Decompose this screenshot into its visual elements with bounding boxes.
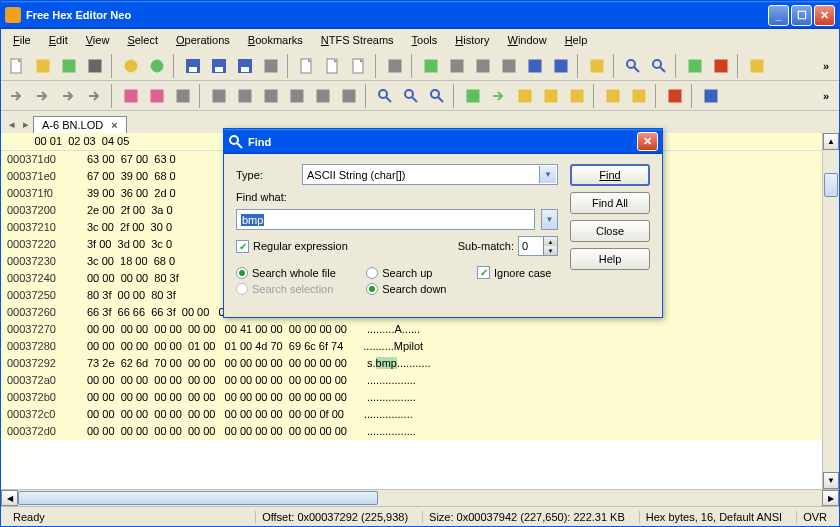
disk1-button[interactable]	[119, 54, 143, 78]
menu-file[interactable]: File	[5, 32, 39, 48]
grid-button[interactable]	[585, 54, 609, 78]
menu-operations[interactable]: Operations	[168, 32, 238, 48]
dialog-close-button[interactable]: ✕	[637, 132, 658, 151]
paste-button[interactable]	[259, 84, 283, 108]
m4-button[interactable]	[285, 84, 309, 108]
find-button[interactable]	[373, 84, 397, 108]
vertical-scrollbar[interactable]: ▲ ▼	[822, 133, 839, 489]
puzzle-button[interactable]	[709, 54, 733, 78]
find3-button[interactable]	[425, 84, 449, 108]
box4-button[interactable]	[497, 54, 521, 78]
copy-button[interactable]	[233, 84, 257, 108]
be-button[interactable]	[549, 54, 573, 78]
menu-history[interactable]: History	[447, 32, 497, 48]
hex-row[interactable]: 0003728000 00 00 00 00 00 01 00 01 00 4d…	[1, 338, 822, 355]
spin-up-icon[interactable]: ▲	[543, 237, 557, 246]
link-button[interactable]	[383, 54, 407, 78]
num-button[interactable]	[663, 84, 687, 108]
box1-button[interactable]	[419, 54, 443, 78]
chevron-down-icon[interactable]: ▼	[539, 166, 556, 183]
menu-ntfs-streams[interactable]: NTFS Streams	[313, 32, 402, 48]
tab-scroll-left[interactable]: ◂	[5, 115, 19, 133]
m2-button[interactable]	[145, 84, 169, 108]
new-file-button[interactable]	[5, 54, 29, 78]
scroll-left-icon[interactable]: ◀	[1, 490, 18, 506]
redo-button[interactable]	[31, 84, 55, 108]
doc-copy-button[interactable]	[347, 54, 371, 78]
hex-row[interactable]: 000372d000 00 00 00 00 00 00 00 00 00 00…	[1, 423, 822, 440]
misc1-button[interactable]	[683, 54, 707, 78]
le-button[interactable]	[523, 54, 547, 78]
search-up-radio[interactable]: Search up	[366, 266, 453, 279]
hex-row[interactable]: 000372a000 00 00 00 00 00 00 00 00 00 00…	[1, 372, 822, 389]
m5-button[interactable]	[311, 84, 335, 108]
menu-select[interactable]: Select	[119, 32, 166, 48]
box2-button[interactable]	[445, 54, 469, 78]
scroll-thumb[interactable]	[824, 173, 838, 197]
save2-button[interactable]	[207, 54, 231, 78]
box3-button[interactable]	[471, 54, 495, 78]
dialog-titlebar[interactable]: Find ✕	[224, 129, 662, 154]
menu-window[interactable]: Window	[500, 32, 555, 48]
misc2-button[interactable]	[745, 54, 769, 78]
find-all-button[interactable]: Find All	[570, 192, 650, 214]
horizontal-scrollbar[interactable]: ◀ ▶	[1, 489, 839, 506]
back-button[interactable]	[57, 84, 81, 108]
hex-row[interactable]: 000372b000 00 00 00 00 00 00 00 00 00 00…	[1, 389, 822, 406]
menu-view[interactable]: View	[78, 32, 118, 48]
open-folder-button[interactable]	[31, 54, 55, 78]
toolbar-overflow[interactable]: »	[817, 60, 835, 72]
search-down-radio[interactable]: Search down	[366, 283, 453, 295]
zoom1-button[interactable]	[621, 54, 645, 78]
doc-add-button[interactable]	[295, 54, 319, 78]
ignore-case-checkbox[interactable]: ✓Ignore case	[477, 266, 558, 279]
scroll-right-icon[interactable]: ▶	[822, 490, 839, 506]
mark1-button[interactable]	[461, 84, 485, 108]
chip-button[interactable]	[83, 54, 107, 78]
pen-button[interactable]	[699, 84, 723, 108]
close-button[interactable]: Close	[570, 220, 650, 242]
find2-button[interactable]	[399, 84, 423, 108]
fwd-button[interactable]	[83, 84, 107, 108]
mark5-button[interactable]	[565, 84, 589, 108]
menu-bookmarks[interactable]: Bookmarks	[240, 32, 311, 48]
hex-row[interactable]: 0003727000 00 00 00 00 00 00 00 00 41 00…	[1, 321, 822, 338]
type-combo[interactable]: ASCII String (char[]) ▼	[302, 164, 558, 185]
document-tab[interactable]: A-6 BN.LOD ×	[33, 116, 127, 133]
tab-close-icon[interactable]: ×	[111, 119, 117, 131]
scroll-up-icon[interactable]: ▲	[823, 133, 839, 150]
undo-button[interactable]	[5, 84, 29, 108]
hex-row[interactable]: 0003729273 2e 62 6d 70 00 00 00 00 00 00…	[1, 355, 822, 372]
find-button[interactable]: Find	[570, 164, 650, 186]
mark2-button[interactable]	[487, 84, 511, 108]
settings-button[interactable]	[57, 54, 81, 78]
hex-row[interactable]: 000372c000 00 00 00 00 00 00 00 00 00 00…	[1, 406, 822, 423]
doc-del-button[interactable]	[321, 54, 345, 78]
save-button[interactable]	[181, 54, 205, 78]
spin-down-icon[interactable]: ▼	[543, 246, 557, 255]
menu-edit[interactable]: Edit	[41, 32, 76, 48]
minimize-button[interactable]: _	[768, 5, 789, 26]
disk2-button[interactable]	[145, 54, 169, 78]
zoom2-button[interactable]	[647, 54, 671, 78]
mark4-button[interactable]	[539, 84, 563, 108]
lock-button[interactable]	[601, 84, 625, 108]
maximize-button[interactable]: ☐	[791, 5, 812, 26]
menu-help[interactable]: Help	[557, 32, 596, 48]
menu-tools[interactable]: Tools	[404, 32, 446, 48]
titlebar[interactable]: Free Hex Editor Neo _ ☐ ✕	[1, 1, 839, 29]
mark3-button[interactable]	[513, 84, 537, 108]
m1-button[interactable]	[119, 84, 143, 108]
tab-scroll-right[interactable]: ▸	[19, 115, 33, 133]
regex-checkbox[interactable]: ✓ Regular expression	[236, 240, 348, 253]
m6-button[interactable]	[337, 84, 361, 108]
cut-button[interactable]	[207, 84, 231, 108]
hscroll-thumb[interactable]	[18, 491, 378, 505]
print-button[interactable]	[259, 54, 283, 78]
help-button[interactable]: Help	[570, 248, 650, 270]
save3-button[interactable]	[233, 54, 257, 78]
submatch-spinner[interactable]: 0 ▲▼	[518, 236, 558, 256]
findwhat-dropdown-icon[interactable]: ▼	[541, 209, 558, 230]
scroll-down-icon[interactable]: ▼	[823, 472, 839, 489]
m3-button[interactable]	[171, 84, 195, 108]
